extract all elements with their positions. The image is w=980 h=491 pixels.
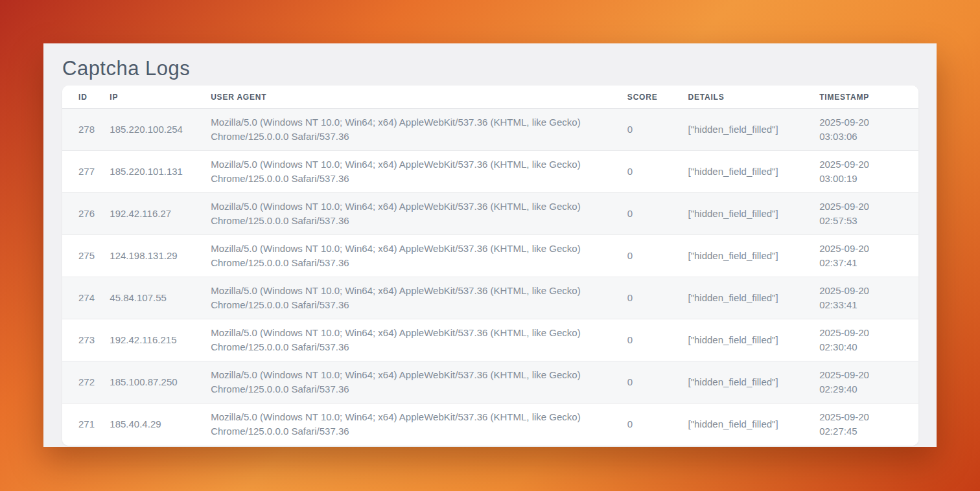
cell-id: 276 — [62, 193, 110, 235]
table-body: 278 185.220.100.254 Mozilla/5.0 (Windows… — [62, 109, 918, 446]
cell-details: ["hidden_field_filled"] — [688, 109, 820, 151]
cell-user-agent: Mozilla/5.0 (Windows NT 10.0; Win64; x64… — [211, 404, 627, 446]
cell-ip: 192.42.116.27 — [110, 193, 211, 235]
table-row: 273 192.42.116.215 Mozilla/5.0 (Windows … — [62, 319, 918, 361]
cell-score: 0 — [627, 361, 688, 404]
cell-timestamp: 2025-09-20 02:33:41 — [819, 277, 918, 319]
table-row: 278 185.220.100.254 Mozilla/5.0 (Windows… — [62, 109, 918, 151]
cell-timestamp: 2025-09-20 03:00:19 — [819, 151, 918, 193]
column-header-score: SCORE — [627, 86, 688, 109]
cell-score: 0 — [627, 235, 688, 277]
captcha-logs-table: ID IP USER AGENT SCORE DETAILS TIMESTAMP… — [62, 86, 918, 446]
cell-score: 0 — [627, 109, 688, 151]
table-header: ID IP USER AGENT SCORE DETAILS TIMESTAMP — [62, 86, 918, 109]
cell-id: 273 — [62, 319, 110, 361]
cell-user-agent: Mozilla/5.0 (Windows NT 10.0; Win64; x64… — [211, 235, 627, 277]
cell-user-agent: Mozilla/5.0 (Windows NT 10.0; Win64; x64… — [211, 193, 627, 235]
column-header-timestamp: TIMESTAMP — [819, 86, 918, 109]
cell-details: ["hidden_field_filled"] — [688, 151, 820, 193]
captcha-logs-table-container: ID IP USER AGENT SCORE DETAILS TIMESTAMP… — [62, 86, 918, 446]
cell-timestamp: 2025-09-20 02:37:41 — [819, 235, 918, 277]
table-row: 277 185.220.101.131 Mozilla/5.0 (Windows… — [62, 151, 918, 193]
captcha-logs-card: Captcha Logs ID IP USER AGENT SCORE DETA… — [43, 43, 937, 447]
cell-id: 274 — [62, 277, 110, 319]
cell-timestamp: 2025-09-20 02:57:53 — [819, 193, 918, 235]
cell-user-agent: Mozilla/5.0 (Windows NT 10.0; Win64; x64… — [211, 277, 627, 319]
cell-user-agent: Mozilla/5.0 (Windows NT 10.0; Win64; x64… — [211, 319, 627, 361]
cell-ip: 185.100.87.250 — [110, 361, 211, 404]
table-row: 275 124.198.131.29 Mozilla/5.0 (Windows … — [62, 235, 918, 277]
cell-user-agent: Mozilla/5.0 (Windows NT 10.0; Win64; x64… — [211, 109, 627, 151]
cell-score: 0 — [627, 151, 688, 193]
cell-timestamp: 2025-09-20 02:29:40 — [819, 361, 918, 404]
cell-score: 0 — [627, 404, 688, 446]
cell-timestamp: 2025-09-20 02:30:40 — [819, 319, 918, 361]
cell-user-agent: Mozilla/5.0 (Windows NT 10.0; Win64; x64… — [211, 361, 627, 404]
page-background: { "page": { "title": "Captcha Logs" }, "… — [0, 0, 980, 491]
cell-ip: 192.42.116.215 — [110, 319, 211, 361]
table-header-row: ID IP USER AGENT SCORE DETAILS TIMESTAMP — [62, 86, 918, 109]
cell-id: 271 — [62, 404, 110, 446]
cell-id: 278 — [62, 109, 110, 151]
column-header-user-agent: USER AGENT — [211, 86, 627, 109]
cell-timestamp: 2025-09-20 03:03:06 — [819, 109, 918, 151]
table-row: 276 192.42.116.27 Mozilla/5.0 (Windows N… — [62, 193, 918, 235]
cell-details: ["hidden_field_filled"] — [688, 361, 820, 404]
column-header-ip: IP — [110, 86, 211, 109]
cell-ip: 124.198.131.29 — [110, 235, 211, 277]
cell-details: ["hidden_field_filled"] — [688, 319, 820, 361]
cell-id: 272 — [62, 361, 110, 404]
cell-score: 0 — [627, 277, 688, 319]
cell-id: 275 — [62, 235, 110, 277]
cell-id: 277 — [62, 151, 110, 193]
cell-timestamp: 2025-09-20 02:27:45 — [819, 404, 918, 446]
cell-details: ["hidden_field_filled"] — [688, 235, 820, 277]
page-title: Captcha Logs — [62, 56, 918, 81]
cell-details: ["hidden_field_filled"] — [688, 193, 820, 235]
column-header-details: DETAILS — [688, 86, 820, 109]
column-header-id: ID — [62, 86, 110, 109]
table-row: 271 185.40.4.29 Mozilla/5.0 (Windows NT … — [62, 404, 918, 446]
cell-ip: 45.84.107.55 — [110, 277, 211, 319]
cell-user-agent: Mozilla/5.0 (Windows NT 10.0; Win64; x64… — [211, 151, 627, 193]
cell-ip: 185.220.101.131 — [110, 151, 211, 193]
cell-ip: 185.220.100.254 — [110, 109, 211, 151]
cell-details: ["hidden_field_filled"] — [688, 277, 820, 319]
table-row: 274 45.84.107.55 Mozilla/5.0 (Windows NT… — [62, 277, 918, 319]
table-row: 272 185.100.87.250 Mozilla/5.0 (Windows … — [62, 361, 918, 404]
cell-ip: 185.40.4.29 — [110, 404, 211, 446]
cell-details: ["hidden_field_filled"] — [688, 404, 820, 446]
cell-score: 0 — [627, 319, 688, 361]
cell-score: 0 — [627, 193, 688, 235]
